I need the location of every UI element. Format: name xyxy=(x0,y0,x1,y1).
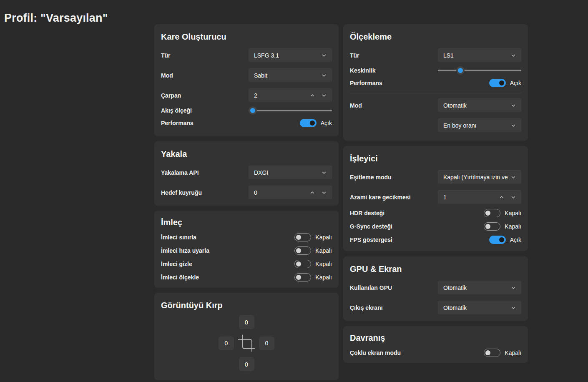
card-title-frame-generator: Kare Oluşturucu xyxy=(161,31,332,43)
crop-widget: 0 0 0 0 xyxy=(161,315,332,371)
cursor-clip-label: İmleci sınırla xyxy=(161,234,196,241)
toggle-knob xyxy=(296,261,301,266)
gpu-dropdown[interactable]: Otomatik xyxy=(438,281,521,294)
slider-thumb-dot xyxy=(250,108,255,113)
fg-multiplier-value: 2 xyxy=(254,92,310,99)
scaling-type-label: Tür xyxy=(350,52,359,59)
chevron-down-icon[interactable] xyxy=(322,190,327,195)
chevron-down-icon xyxy=(511,305,516,310)
card-renderer: İşleyici Eşitleme modu Kapalı (Yırtılmay… xyxy=(343,146,528,251)
row-fg-flow-scale: Akış ölçeği xyxy=(161,106,332,115)
card-scaling: Ölçekleme Tür LS1 Keskinlik Performans A… xyxy=(343,24,528,141)
scaling-sharpness-slider[interactable] xyxy=(438,66,521,75)
crop-bottom-input[interactable]: 0 xyxy=(239,357,254,371)
cursor-clip-toggle[interactable] xyxy=(294,233,311,241)
card-title-cursor: İmleç xyxy=(161,216,332,228)
cursor-hide-toggle-wrap: Kapalı xyxy=(294,260,332,268)
crop-top-input[interactable]: 0 xyxy=(239,315,254,329)
output-display-label: Çıkış ekranı xyxy=(350,304,383,311)
slider-thumb[interactable] xyxy=(456,66,465,75)
row-capture-api: Yakalama API DXGI xyxy=(161,166,332,179)
cursor-adjust-speed-toggle[interactable] xyxy=(294,246,311,255)
capture-api-value: DXGI xyxy=(254,169,322,176)
cursor-scale-label: İmleci ölçekle xyxy=(161,274,199,281)
row-gpu: Kullanılan GPU Otomatik xyxy=(350,281,521,294)
renderer-hdr-label: HDR desteği xyxy=(350,210,384,216)
scaling-mode-label: Mod xyxy=(350,102,362,109)
card-crop: Görüntüyü Kırp 0 0 0 0 xyxy=(154,293,339,380)
fg-multiplier-label: Çarpan xyxy=(161,92,181,99)
renderer-hdr-toggle[interactable] xyxy=(484,209,500,217)
cursor-clip-state: Kapalı xyxy=(315,234,332,241)
chevron-down-icon xyxy=(322,73,327,78)
row-capture-queue: Hedef kuyruğu 0 xyxy=(161,186,332,199)
renderer-hdr-toggle-wrap: Kapalı xyxy=(484,209,521,217)
crop-icon xyxy=(237,334,256,352)
renderer-fps-state: Açık xyxy=(510,236,521,243)
renderer-sync-value: Kapalı (Yırtılmaya izin ve xyxy=(443,174,511,181)
renderer-latency-stepper[interactable]: 1 xyxy=(438,190,521,204)
fg-type-dropdown[interactable]: LSFG 3.1 xyxy=(249,48,332,62)
card-cursor: İmleç İmleci sınırla Kapalı İmleci hıza … xyxy=(154,211,339,288)
card-frame-generator: Kare Oluşturucu Tür LSFG 3.1 Mod Sabit Ç… xyxy=(154,24,339,136)
fg-performance-state: Açık xyxy=(321,120,332,126)
row-renderer-fps: FPS göstergesi Açık xyxy=(350,235,521,245)
toggle-knob xyxy=(296,248,301,253)
renderer-gsync-toggle[interactable] xyxy=(484,222,500,231)
chevron-down-icon xyxy=(511,53,516,58)
fg-flow-scale-slider[interactable] xyxy=(249,106,332,115)
slider-track xyxy=(438,70,521,71)
page-title: Profil: "Varsayılan" xyxy=(4,12,108,25)
toggle-knob xyxy=(485,224,490,229)
crop-middle-row: 0 0 xyxy=(219,334,274,352)
row-fg-mode: Mod Sabit xyxy=(161,68,332,82)
multi-display-label: Çoklu ekran modu xyxy=(350,349,401,356)
fg-type-value: LSFG 3.1 xyxy=(254,52,322,59)
cursor-hide-toggle[interactable] xyxy=(294,260,311,268)
crop-left-input[interactable]: 0 xyxy=(219,337,234,350)
chevron-up-icon[interactable] xyxy=(310,93,315,98)
card-title-crop: Görüntüyü Kırp xyxy=(161,299,332,311)
slider-track xyxy=(249,110,332,111)
multi-display-toggle-wrap: Kapalı xyxy=(484,349,521,357)
scaling-performance-toggle-wrap: Açık xyxy=(489,79,521,87)
capture-queue-value: 0 xyxy=(254,189,310,196)
crop-right-input[interactable]: 0 xyxy=(259,337,274,350)
multi-display-toggle[interactable] xyxy=(484,349,500,357)
row-cursor-clip: İmleci sınırla Kapalı xyxy=(161,232,332,242)
card-gpu-display: GPU & Ekran Kullanılan GPU Otomatik Çıkı… xyxy=(343,256,528,321)
fg-multiplier-stepper[interactable]: 2 xyxy=(249,88,332,102)
card-capture: Yakala Yakalama API DXGI Hedef kuyruğu 0 xyxy=(154,141,339,206)
renderer-sync-dropdown[interactable]: Kapalı (Yırtılmaya izin ve xyxy=(438,170,521,184)
row-fg-multiplier: Çarpan 2 xyxy=(161,88,332,102)
cursor-scale-toggle[interactable] xyxy=(294,273,311,281)
capture-queue-label: Hedef kuyruğu xyxy=(161,189,202,196)
scaling-aspect-dropdown[interactable]: En boy oranı xyxy=(438,118,521,132)
fg-mode-dropdown[interactable]: Sabit xyxy=(249,68,332,82)
output-display-dropdown[interactable]: Otomatik xyxy=(438,301,521,314)
renderer-gsync-label: G-Sync desteği xyxy=(350,223,392,230)
cursor-hide-label: İmleci gizle xyxy=(161,261,192,267)
slider-thumb[interactable] xyxy=(249,106,257,115)
chevron-down-icon[interactable] xyxy=(511,195,516,200)
chevron-up-icon[interactable] xyxy=(499,195,504,200)
toggle-knob xyxy=(499,237,504,242)
renderer-gsync-state: Kapalı xyxy=(505,223,521,230)
chevron-down-icon[interactable] xyxy=(322,93,327,98)
scaling-mode-value: Otomatik xyxy=(443,102,511,109)
left-column: Kare Oluşturucu Tür LSFG 3.1 Mod Sabit Ç… xyxy=(154,24,339,380)
scaling-type-dropdown[interactable]: LS1 xyxy=(438,48,521,62)
scaling-performance-toggle[interactable] xyxy=(489,79,506,87)
row-renderer-hdr: HDR desteği Kapalı xyxy=(350,208,521,218)
capture-queue-stepper[interactable]: 0 xyxy=(249,186,332,199)
renderer-fps-toggle[interactable] xyxy=(489,236,506,244)
toggle-knob xyxy=(296,235,301,240)
row-scaling-mode: Mod Otomatik xyxy=(350,98,521,112)
row-cursor-scale: İmleci ölçekle Kapalı xyxy=(161,272,332,282)
chevron-up-icon[interactable] xyxy=(310,190,315,195)
capture-api-dropdown[interactable]: DXGI xyxy=(249,166,332,179)
chevron-down-icon xyxy=(511,103,516,108)
fg-performance-toggle[interactable] xyxy=(300,119,317,127)
card-title-behavior: Davranış xyxy=(350,332,521,344)
scaling-mode-dropdown[interactable]: Otomatik xyxy=(438,98,521,112)
